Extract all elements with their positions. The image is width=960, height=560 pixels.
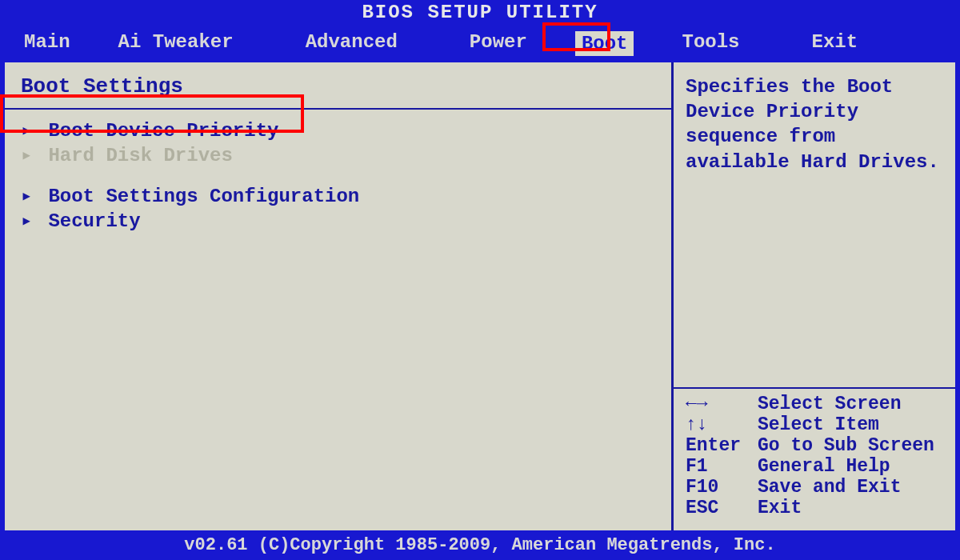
left-panel: Boot Settings ▸ Boot Device Priority ▸ H… [5,62,671,530]
option-hard-disk-drives[interactable]: ▸ Hard Disk Drives [21,142,655,167]
key-hints: ←→ Select Screen ↑↓ Select Item Enter Go… [674,387,955,518]
key-label: F1 [686,456,758,477]
key-action: Select Screen [758,394,901,414]
section-header: Boot Settings [21,74,655,98]
triangle-right-icon: ▸ [21,118,37,142]
menu-boot[interactable]: Boot [575,31,634,56]
title-text: BIOS SETUP UTILITY [362,2,598,23]
key-action: Go to Sub Screen [758,435,934,456]
triangle-right-icon: ▸ [21,209,37,232]
footer-text: v02.61 (C)Copyright 1985-2009, American … [184,535,775,555]
bios-container: BIOS SETUP UTILITY Main Ai Tweaker Advan… [0,0,960,560]
divider-line [5,108,671,110]
footer: v02.61 (C)Copyright 1985-2009, American … [0,530,960,560]
key-action: General Help [758,456,890,477]
key-label: Enter [686,435,758,456]
key-label: F10 [686,477,758,498]
option-label: Hard Disk Drives [48,145,232,166]
content-area: Boot Settings ▸ Boot Device Priority ▸ H… [0,62,960,530]
key-action: Save and Exit [758,477,901,498]
option-boot-device-priority[interactable]: ▸ Boot Device Priority [21,118,655,142]
menu-power[interactable]: Power [454,31,543,56]
option-label: Security [48,210,140,232]
option-label: Boot Device Priority [48,120,278,142]
option-label: Boot Settings Configuration [48,186,359,207]
key-label: ESC [686,498,758,518]
menu-exit[interactable]: Exit [796,31,874,56]
spacer [21,167,655,183]
menu-main[interactable]: Main [8,31,86,56]
title-bar: BIOS SETUP UTILITY [0,0,960,25]
menu-bar: Main Ai Tweaker Advanced Power Boot Tool… [0,25,960,62]
hint-select-screen: ←→ Select Screen [686,394,943,414]
hint-sub-screen: Enter Go to Sub Screen [686,435,943,456]
menu-tools[interactable]: Tools [666,31,755,56]
triangle-right-icon: ▸ [21,184,37,207]
help-text: Specifies the Boot Device Priority seque… [686,74,943,387]
menu-advanced[interactable]: Advanced [290,31,414,56]
hint-general-help: F1 General Help [686,456,943,477]
right-panel: Specifies the Boot Device Priority seque… [671,62,955,530]
key-action: Exit [758,498,802,518]
option-boot-settings-configuration[interactable]: ▸ Boot Settings Configuration [21,183,655,208]
hint-exit: ESC Exit [686,498,943,518]
option-security[interactable]: ▸ Security [21,208,655,233]
key-label: ←→ [686,394,758,414]
hint-save-exit: F10 Save and Exit [686,477,943,498]
key-label: ↑↓ [686,414,758,435]
key-action: Select Item [758,414,879,435]
menu-ai-tweaker[interactable]: Ai Tweaker [102,31,250,56]
hint-select-item: ↑↓ Select Item [686,414,943,435]
triangle-right-icon: ▸ [21,143,37,166]
